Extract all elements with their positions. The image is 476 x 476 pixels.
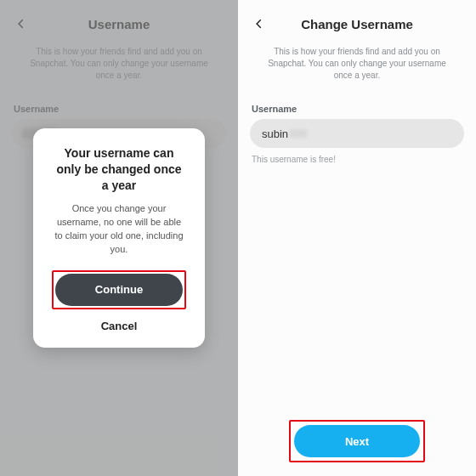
- back-button[interactable]: [252, 16, 267, 31]
- modal-text: Once you change your username, no one wi…: [52, 202, 186, 257]
- username-label: Username: [238, 90, 476, 119]
- next-button[interactable]: Next: [294, 425, 420, 457]
- confirm-modal: Your username can only be changed once a…: [33, 128, 205, 347]
- username-input[interactable]: subin: [250, 119, 464, 148]
- cancel-button[interactable]: Cancel: [52, 320, 186, 332]
- page-subtext: This is how your friends find and add yo…: [238, 42, 476, 90]
- username-status: This username is free!: [238, 148, 476, 164]
- header: Change Username: [238, 5, 476, 42]
- modal-title: Your username can only be changed once a…: [52, 145, 186, 194]
- username-value: subin: [262, 128, 288, 140]
- screen-username: Username This is how your friends find a…: [0, 0, 238, 476]
- page-title: Change Username: [301, 17, 413, 31]
- username-input-wrapper: subin: [238, 119, 476, 148]
- redacted-suffix: [290, 129, 307, 138]
- highlight-next: Next: [289, 420, 425, 462]
- chevron-left-icon: [253, 18, 265, 30]
- screen-change-username: Change Username This is how your friends…: [238, 0, 476, 476]
- continue-button[interactable]: Continue: [55, 274, 183, 306]
- highlight-continue: Continue: [52, 270, 186, 309]
- modal-overlay: Your username can only be changed once a…: [0, 0, 238, 476]
- bottom-bar: Next: [238, 420, 476, 462]
